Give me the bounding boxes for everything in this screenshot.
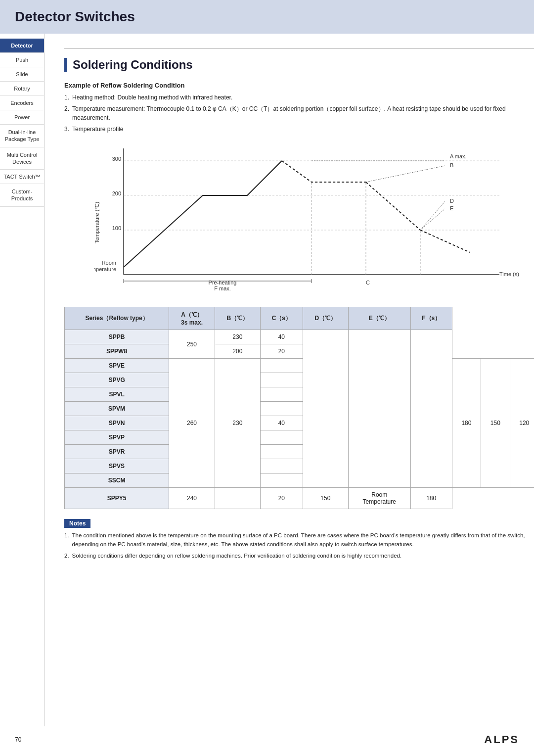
series-cell: SPVS [65,459,169,473]
reflow-table: Series（Reflow type） A（℃）3s max. B（℃） C（s… [64,307,534,509]
section-title: Soldering Conditions [64,58,534,72]
main-content: Soldering Conditions Example of Reflow S… [44,34,534,726]
sidebar-item-custom[interactable]: Custom-Products [0,184,44,207]
svg-text:300: 300 [112,156,121,162]
sidebar-item-detector[interactable]: Detector [0,39,44,53]
sidebar-item-slide[interactable]: Slide [0,67,44,82]
top-rule [64,48,534,49]
instruction-2: 2. Temperature measurement: Thermocouple… [64,104,534,122]
sidebar-item-tact[interactable]: TACT Switch™ [0,170,44,184]
instructions-list: 1. Heating method: Double heating method… [64,93,534,134]
svg-line-26 [366,166,445,182]
table-row: SPVE 260 230 180 150 120 [65,359,534,373]
notes-section: Notes 1. The condition mentioned above i… [64,519,534,560]
col-header-b: B（℃） [215,307,260,330]
sidebar-item-rotary[interactable]: Rotary [0,82,44,96]
svg-text:E: E [450,205,453,211]
instruction-3: 3. Temperature profile [64,125,534,134]
sidebar-item-encoders[interactable]: Encoders [0,96,44,110]
col-header-e: E（℃） [348,307,410,330]
svg-text:B: B [450,162,453,168]
col-header-f: F（s） [410,307,452,330]
svg-text:F max.: F max. [214,285,231,291]
series-cell: SPVM [65,402,169,416]
col-header-d: D（℃） [303,307,348,330]
page-layout: Detector Push Slide Rotary Encoders Powe… [0,34,534,726]
sidebar-item-dual-inline[interactable]: Dual-in-linePackage Type [0,125,44,147]
header-bar: Detector Switches [0,0,534,34]
svg-text:C: C [366,280,370,285]
series-cell: SPVP [65,430,169,445]
svg-text:Time (s): Time (s) [499,271,519,277]
col-header-series: Series（Reflow type） [65,307,169,330]
svg-text:Pre-heating: Pre-heating [209,280,237,285]
col-header-a: A（℃）3s max. [169,307,215,330]
series-cell: SPPY5 [65,488,169,509]
svg-text:200: 200 [112,190,121,196]
temperature-chart: Temperature (℃) 300 200 100 Room tempera… [94,143,519,292]
sidebar-item-push[interactable]: Push [0,53,44,67]
series-cell: SPVR [65,445,169,459]
series-cell: SPVN [65,416,169,430]
series-cell: SPPW8 [65,344,169,359]
series-cell: SPVG [65,373,169,387]
svg-text:temperature: temperature [94,266,116,272]
note-2: 2. Soldering conditions differ depending… [64,551,534,560]
page-number: 70 [15,736,21,743]
series-cell: SPVE [65,359,169,373]
example-title: Example of Reflow Soldering Condition [64,82,534,89]
table-row: SPPY5 240 20 150 RoomTemperature 180 [65,488,534,509]
svg-line-27 [420,201,445,230]
note-1: 1. The condition mentioned above is the … [64,531,534,549]
svg-text:Room: Room [102,260,116,266]
table-row: SPPB 250 230 40 [65,330,534,344]
svg-text:D: D [450,198,454,204]
page-title: Detector Switches [15,9,519,25]
col-header-c: C（s） [260,307,303,330]
svg-text:Temperature (℃): Temperature (℃) [94,202,100,243]
sidebar: Detector Push Slide Rotary Encoders Powe… [0,34,44,726]
svg-text:100: 100 [112,225,121,231]
sidebar-item-power[interactable]: Power [0,110,44,125]
series-cell: SSCM [65,473,169,488]
series-cell: SPPB [65,330,169,344]
svg-line-28 [420,209,445,230]
svg-text:A max.: A max. [450,153,467,159]
instruction-1: 1. Heating method: Double heating method… [64,93,534,102]
alps-logo: ALPS [484,733,519,746]
notes-list: 1. The condition mentioned above is the … [64,531,534,560]
sidebar-item-multi-control[interactable]: Multi ControlDevices [0,147,44,170]
series-cell: SPVL [65,387,169,402]
chart-svg: Temperature (℃) 300 200 100 Room tempera… [94,143,519,292]
footer: 70 ALPS [15,733,519,746]
table-row: SPPW8 200 20 [65,344,534,359]
notes-label: Notes [64,519,90,528]
